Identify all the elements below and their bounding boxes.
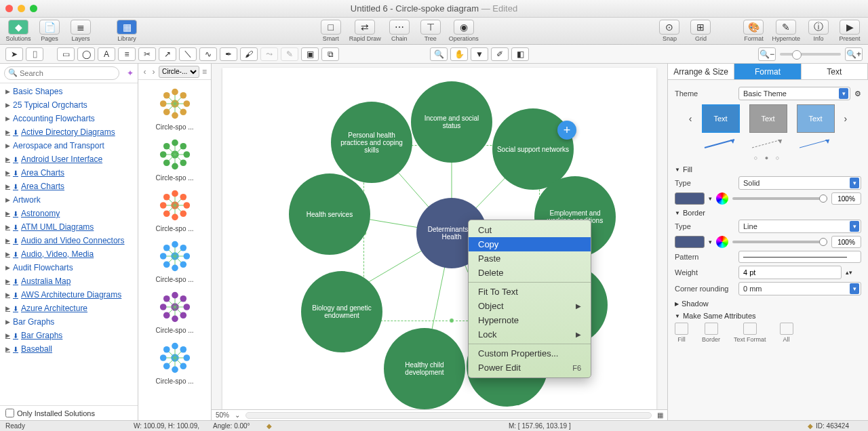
same-text-button[interactable]: Text Format (734, 323, 766, 343)
fill-opacity-slider[interactable] (732, 197, 827, 200)
search-input[interactable] (4, 66, 119, 80)
callout-tool[interactable]: ✂ (138, 47, 156, 61)
ctx-hypernote[interactable]: Hypernote (469, 313, 591, 327)
spoke-circle[interactable]: Healthy child development (384, 328, 465, 409)
rapid-draw-button[interactable]: ⇄Rapid Draw (349, 20, 381, 42)
border-color-swatch[interactable] (675, 236, 705, 248)
shape-thumbnail[interactable]: Circle-spo ... (138, 337, 211, 388)
border-section[interactable]: ▼Border (675, 209, 861, 217)
add-spoke-button[interactable]: + (557, 121, 576, 140)
style-preset-3[interactable]: Text (797, 104, 835, 133)
border-opacity-input[interactable] (831, 236, 861, 248)
operations-button[interactable]: ◉Operations (449, 20, 479, 42)
theme-settings-icon[interactable]: ⚙ (854, 89, 861, 98)
same-fill-button[interactable]: Fill (675, 323, 688, 343)
solutions-button[interactable]: ◆Solutions (5, 20, 31, 42)
grid-button[interactable]: ⊞Grid (688, 20, 713, 42)
tab-arrange[interactable]: Arrange & Size (668, 64, 734, 79)
shapes-forward-button[interactable]: › (150, 66, 157, 77)
arrow-style-1[interactable] (702, 137, 740, 150)
border-type-select[interactable]: Line (738, 220, 861, 233)
style-next-button[interactable]: › (844, 113, 848, 124)
shadow-section[interactable]: ▶Shadow (675, 300, 861, 308)
zoom-out-button[interactable]: 🔍− (758, 47, 776, 61)
spoke-circle[interactable]: Biology and genetic endowment (301, 271, 382, 352)
edit-tool[interactable]: ✎ (281, 47, 298, 61)
eraser-tool[interactable]: ◧ (511, 47, 529, 61)
category-item[interactable]: ▶Aerospace and Transport (0, 139, 138, 152)
ellipse-tool[interactable]: ◯ (77, 47, 95, 61)
hand-tool[interactable]: ✋ (450, 47, 468, 61)
present-button[interactable]: ▶Present (837, 20, 863, 42)
arrow-style-2[interactable] (749, 137, 787, 150)
zoom-level[interactable]: 50% (216, 411, 229, 419)
weight-input[interactable] (738, 266, 842, 279)
shape-thumbnail[interactable]: Circle-spo ... (138, 134, 211, 184)
category-item[interactable]: ▶⬇ Area Charts (0, 180, 138, 193)
fill-section[interactable]: ▼Fill (675, 165, 861, 173)
border-color-picker[interactable] (716, 236, 728, 248)
spoke-circle[interactable]: Personal health practices and coping ski… (331, 102, 412, 183)
horizontal-scrollbar[interactable] (245, 412, 652, 419)
category-item[interactable]: ▶⬇ Android User Interface (0, 152, 138, 166)
ctx-power[interactable]: Power EditF6 (469, 361, 591, 375)
border-opacity-slider[interactable] (732, 241, 827, 243)
style-preset-1[interactable]: Text (702, 104, 740, 133)
category-item[interactable]: ▶⬇ Baseball (0, 342, 138, 356)
category-item[interactable]: ▶⬇ Audio and Video Connectors (0, 234, 138, 247)
pages-button[interactable]: 📄Pages (37, 20, 62, 42)
text-tool[interactable]: A (98, 47, 115, 61)
stamp-tool[interactable]: ▼ (471, 47, 488, 61)
zoom-slider[interactable] (780, 53, 841, 56)
style-prev-button[interactable]: ‹ (689, 113, 692, 124)
category-item[interactable]: ▶⬇ Bar Graphs (0, 329, 138, 342)
tab-format[interactable]: Format (734, 64, 801, 79)
pattern-select[interactable] (738, 251, 861, 263)
arrow-style-3[interactable] (797, 137, 835, 150)
category-item[interactable]: ▶25 Typical Orgcharts (0, 98, 138, 112)
installed-checkbox[interactable] (5, 409, 14, 417)
shape-thumbnail[interactable]: Circle-spo ... (138, 83, 211, 134)
shapes-list[interactable]: Circle-spo ...Circle-spo ...Circle-spo .… (138, 80, 211, 420)
ctx-object[interactable]: Object▶ (469, 299, 591, 313)
shape-thumbnail[interactable]: Circle-spo ... (138, 235, 211, 286)
format-button[interactable]: 🎨Format (741, 20, 766, 42)
smart-button[interactable]: □Smart (318, 20, 344, 42)
chain-button[interactable]: ⋯Chain (387, 20, 412, 42)
zoom-in-button[interactable]: 🔍+ (845, 47, 863, 61)
pen-tool[interactable]: ✒ (220, 47, 237, 61)
fill-type-select[interactable]: Solid (738, 176, 861, 190)
category-item[interactable]: ▶⬇ Astronomy (0, 207, 138, 220)
arrow-tool[interactable]: ↗ (159, 47, 176, 61)
info-button[interactable]: ⓘInfo (806, 20, 831, 42)
zoom-tool[interactable]: 🔍 (430, 47, 448, 61)
ctx-custom[interactable]: Custom Properties... (469, 346, 591, 361)
curve-tool[interactable]: ∿ (199, 47, 217, 61)
snap-button[interactable]: ⊙Snap (656, 20, 682, 42)
tree-button[interactable]: ⊤Tree (418, 20, 443, 42)
same-all-button[interactable]: All (780, 323, 793, 343)
shapes-back-button[interactable]: ‹ (141, 66, 149, 77)
ctx-lock[interactable]: Lock▶ (469, 327, 591, 342)
fill-opacity-input[interactable] (831, 192, 861, 205)
category-item[interactable]: ▶⬇ Australia Map (0, 274, 138, 288)
installed-filter[interactable]: Only Installed Solutions (0, 405, 138, 420)
group-tool[interactable]: ⧉ (321, 47, 339, 61)
corner-select[interactable]: 0 mm (738, 282, 861, 295)
page[interactable]: Determinants of Health Income and social… (222, 68, 656, 409)
connector-tool[interactable]: ⤳ (260, 47, 278, 61)
brush-tool[interactable]: 🖌 (240, 47, 258, 61)
category-item[interactable]: ▶Basic Shapes (0, 85, 138, 98)
ctx-delete[interactable]: Delete (469, 266, 591, 280)
spoke-circle[interactable]: Social support networks (492, 108, 574, 190)
canvas[interactable]: Determinants of Health Income and social… (212, 64, 667, 409)
spoke-circle[interactable]: Health services (289, 173, 370, 255)
category-item[interactable]: ▶⬇ AWS Architecture Diagrams (0, 288, 138, 302)
hypernote-button[interactable]: ✎Hypernote (772, 20, 800, 42)
crop-tool[interactable]: ▣ (301, 47, 319, 61)
line-tool[interactable]: ＼ (179, 47, 197, 61)
eyedropper-tool[interactable]: ✐ (491, 47, 509, 61)
category-item[interactable]: ▶Accounting Flowcharts (0, 112, 138, 125)
page-indicator-icon[interactable]: ▦ (657, 411, 663, 419)
theme-select[interactable]: Basic Theme (738, 87, 850, 100)
